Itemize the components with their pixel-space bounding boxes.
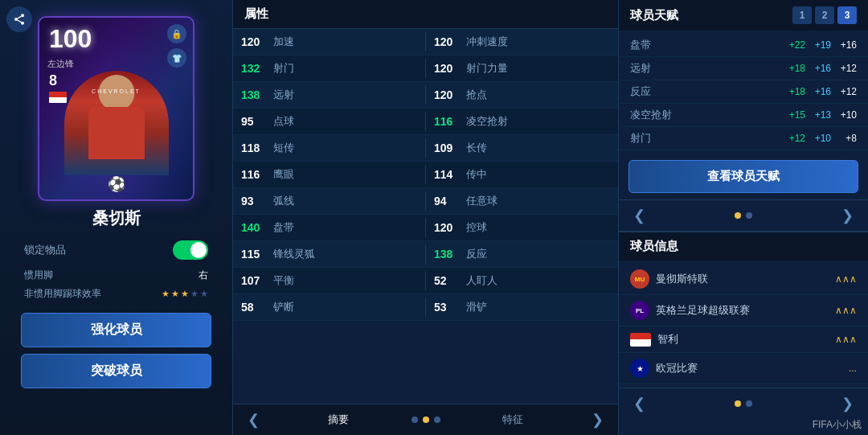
talent-row-name: 盘带 xyxy=(630,38,783,52)
player-info-row: ★欧冠比赛... xyxy=(619,353,868,384)
player-info-name: 英格兰足球超级联赛 xyxy=(656,303,750,318)
player-info-table: MU曼彻斯特联∧∧∧PL英格兰足球超级联赛∧∧∧智利∧∧∧★欧冠比赛... xyxy=(619,261,868,388)
dominant-foot-label: 惯用脚 xyxy=(24,269,53,282)
attr-name-right: 反应 xyxy=(466,247,487,261)
lock-row: 锁定物品 xyxy=(8,234,224,266)
info-title: 球员信息 xyxy=(630,239,678,254)
player-info-name: 欧冠比赛 xyxy=(656,361,698,375)
attr-name-left: 点球 xyxy=(273,114,294,129)
player-card: 100 🔒 👕 左边锋 8 CHEVROLET ⚽ xyxy=(38,16,194,201)
player-info-row: PL英格兰足球超级联赛∧∧∧ xyxy=(619,295,868,326)
talent-val-3: +12 xyxy=(834,86,857,97)
talent-row: 凌空抢射+15+13+10 xyxy=(619,104,868,127)
talent-section: 球员天赋 1 2 3 盘带+22+19+16远射+18+16+12反应+18+1… xyxy=(619,0,868,232)
weak-foot-row: 非惯用脚踢球效率 ★ ★ ★ ★ ★ xyxy=(8,285,224,303)
svg-line-4 xyxy=(18,16,22,18)
talent-val-3: +8 xyxy=(834,133,857,144)
talent-row-name: 反应 xyxy=(630,84,783,99)
attr-val-left: 116 xyxy=(241,168,267,181)
talent-prev-btn[interactable]: ❮ xyxy=(627,205,652,226)
lock-label: 锁定物品 xyxy=(24,243,66,257)
talent-table: 盘带+22+19+16远射+18+16+12反应+18+16+12凌空抢射+15… xyxy=(619,31,868,154)
attr-name-right: 滑铲 xyxy=(466,300,487,314)
talent-dot-1 xyxy=(735,212,741,219)
attrs-table: 120加速120冲刺速度132射门120射门力量138远射120抢点95点球11… xyxy=(233,29,618,404)
attr-name-right: 任意球 xyxy=(466,194,497,208)
attr-name-right: 人盯人 xyxy=(466,273,497,288)
info-section: 球员信息 MU曼彻斯特联∧∧∧PL英格兰足球超级联赛∧∧∧智利∧∧∧★欧冠比赛.… xyxy=(619,232,868,435)
player-info-name: 智利 xyxy=(657,332,678,347)
attr-row: 132射门120射门力量 xyxy=(233,55,618,82)
card-flag xyxy=(49,92,67,103)
talent-val-1: +18 xyxy=(783,86,805,97)
talent-level-3[interactable]: 3 xyxy=(837,6,857,24)
attr-val-left: 138 xyxy=(241,88,267,101)
manutd-badge: MU xyxy=(630,269,649,289)
info-header: 球员信息 xyxy=(619,232,868,261)
talent-level-2[interactable]: 2 xyxy=(815,6,834,24)
attr-val-left: 58 xyxy=(241,301,267,314)
view-talent-button[interactable]: 查看球员天赋 xyxy=(628,160,858,193)
talent-next-btn[interactable]: ❯ xyxy=(835,205,860,226)
lock-toggle[interactable] xyxy=(173,240,208,260)
info-dot-2 xyxy=(746,400,752,407)
player-info-arrows: ∧∧∧ xyxy=(835,334,857,345)
attr-val-right: 120 xyxy=(434,221,460,234)
talent-row: 盘带+22+19+16 xyxy=(619,34,868,57)
player-info-row: 智利∧∧∧ xyxy=(619,326,868,353)
talent-val-3: +16 xyxy=(834,39,857,51)
talent-title: 球员天赋 xyxy=(630,8,678,23)
tab-dot-3 xyxy=(434,417,440,423)
card-rating: 100 xyxy=(49,24,92,54)
player-info-arrows: ∧∧∧ xyxy=(835,273,857,285)
talent-row: 远射+18+16+12 xyxy=(619,57,868,80)
talent-level-1[interactable]: 1 xyxy=(792,6,812,24)
attr-name-left: 铲断 xyxy=(273,300,294,314)
attr-val-right: 138 xyxy=(434,248,460,261)
attr-val-left: 115 xyxy=(241,248,267,261)
left-panel: 100 🔒 👕 左边锋 8 CHEVROLET ⚽ 桑切斯 锁定物品 惯用脚 右 xyxy=(0,0,233,435)
attr-name-left: 弧线 xyxy=(273,194,294,208)
attr-name-left: 锋线灵狐 xyxy=(273,247,315,261)
info-next-btn[interactable]: ❯ xyxy=(835,393,860,414)
attr-val-left: 132 xyxy=(241,62,267,75)
info-nav: ❮ ❯ xyxy=(619,388,868,419)
tab-dot-1 xyxy=(411,417,418,423)
attr-name-right: 长传 xyxy=(466,141,487,155)
next-tab-btn[interactable]: ❯ xyxy=(585,409,610,430)
talent-val-2: +10 xyxy=(809,133,831,144)
attr-name-right: 凌空抢射 xyxy=(466,114,508,129)
breakthrough-button[interactable]: 突破球员 xyxy=(21,354,211,388)
attr-val-right: 114 xyxy=(434,168,460,181)
share-icon[interactable] xyxy=(6,6,32,32)
card-ball-badge: ⚽ xyxy=(108,175,125,193)
info-prev-btn[interactable]: ❮ xyxy=(627,393,652,414)
svg-line-3 xyxy=(18,20,22,23)
ucl-badge: ★ xyxy=(630,359,649,378)
talent-val-3: +12 xyxy=(834,63,857,74)
talent-row-name: 凌空抢射 xyxy=(630,108,783,122)
attr-row: 116鹰眼114传中 xyxy=(233,162,618,188)
prev-tab-btn[interactable]: ❮ xyxy=(241,409,266,430)
svg-point-1 xyxy=(14,18,18,21)
tab-features[interactable]: 特征 xyxy=(502,412,523,427)
attr-name-left: 盘带 xyxy=(273,220,294,235)
attr-val-right: 120 xyxy=(434,88,460,101)
attr-name-left: 鹰眼 xyxy=(273,167,294,182)
talent-val-1: +18 xyxy=(783,63,805,74)
svg-point-0 xyxy=(21,14,24,17)
bottom-tabs: ❮ 摘要 特征 ❯ xyxy=(233,404,618,435)
pl-badge: PL xyxy=(630,301,649,320)
strengthen-button[interactable]: 强化球员 xyxy=(21,313,211,347)
card-brand: CHEVROLET xyxy=(92,88,141,94)
player-info-row: MU曼彻斯特联∧∧∧ xyxy=(619,264,868,295)
attr-row: 93弧线94任意球 xyxy=(233,188,618,215)
attr-val-right: 116 xyxy=(434,115,460,128)
attr-row: 118短传109长传 xyxy=(233,135,618,162)
attr-row: 107平衡52人盯人 xyxy=(233,268,618,294)
info-dot-1 xyxy=(735,400,741,407)
attr-name-right: 射门力量 xyxy=(466,61,508,76)
talent-val-3: +10 xyxy=(834,109,857,121)
talent-val-2: +16 xyxy=(809,63,831,74)
tab-summary[interactable]: 摘要 xyxy=(328,412,349,427)
